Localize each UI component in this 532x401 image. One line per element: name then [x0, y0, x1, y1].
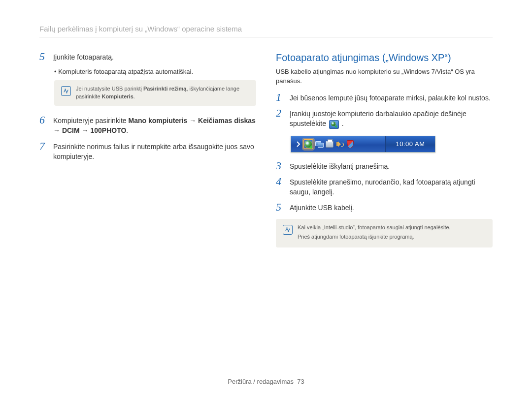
note-icon [61, 86, 71, 96]
note-text: Kai veikia „Intelli-studio“, fotoaparato… [298, 224, 451, 243]
step-text: Įjunkite fotoaparatą. [53, 52, 256, 62]
section-heading: Fotoaparato atjungimas („Windows XP“) [276, 52, 493, 63]
right-column: Fotoaparato atjungimas („Windows XP“) US… [276, 52, 493, 257]
tray-expand-icon [294, 136, 302, 152]
note-text: Jei nustatysite USB parinktį Pasirinkti … [76, 85, 249, 101]
step-text: Spustelėkite iškylantį pranešimą. [290, 161, 493, 171]
step-7: 7 Pasirinkite norimus failus ir nutempki… [39, 142, 256, 162]
note-icon [283, 225, 293, 235]
step-text: Įrankių juostoje kompiuterio darbalaukio… [290, 109, 493, 129]
step-5: 5 Įjunkite fotoaparatą. [39, 52, 256, 62]
section-intro: USB kabelio atjungimas nuo kompiuterio s… [276, 67, 493, 86]
volume-tray-icon[interactable] [335, 140, 344, 149]
step-number: 4 [276, 176, 290, 187]
step-text: Kompiuteryje pasirinkite Mano kompiuteri… [53, 116, 256, 136]
two-column-layout: 5 Įjunkite fotoaparatą. Kompiuteris foto… [39, 52, 493, 257]
footer-page-number: 73 [297, 378, 304, 385]
step-3: 3 Spustelėkite iškylantį pranešimą. [276, 161, 493, 171]
page-header: Failų perkėlimas į kompiuterį su „Window… [39, 25, 493, 37]
step-6: 6 Kompiuteryje pasirinkite Mano kompiute… [39, 116, 256, 136]
step-2: 2 Įrankių juostoje kompiuterio darbalauk… [276, 109, 493, 129]
step-number: 3 [276, 160, 290, 171]
step-number: 1 [276, 92, 290, 103]
step-number: 5 [39, 51, 53, 62]
step5-bullet-list: Kompiuteris fotoaparatą atpažįsta automa… [54, 68, 256, 75]
step-4: 4 Spustelėkite pranešimo, nurodančio, ka… [276, 177, 493, 197]
step-text: Spustelėkite pranešimo, nurodančio, kad … [290, 177, 493, 197]
step-text: Jei būsenos lemputė jūsų fotoaparate mir… [290, 93, 493, 103]
step-number: 5 [276, 202, 290, 213]
network-tray-icon[interactable] [315, 140, 324, 149]
windows-xp-taskbar: 10:00 AM [291, 136, 435, 153]
system-tray [291, 136, 385, 152]
safely-remove-icon [329, 120, 339, 129]
security-center-tray-icon[interactable] [346, 140, 355, 149]
step-text: Atjunkite USB kabelį. [290, 203, 493, 213]
manual-page: Failų perkėlimas į kompiuterį su „Window… [0, 0, 532, 401]
step-number: 6 [39, 115, 53, 125]
step-1: 1 Jei būsenos lemputė jūsų fotoaparate m… [276, 93, 493, 103]
step-number: 2 [276, 108, 290, 119]
page-footer: Peržiūra / redagavimas 73 [0, 378, 532, 385]
left-column: 5 Įjunkite fotoaparatą. Kompiuteris foto… [39, 52, 256, 257]
note-box-right: Kai veikia „Intelli-studio“, fotoaparato… [276, 219, 493, 247]
safely-remove-hardware-tray-icon[interactable] [303, 139, 313, 149]
footer-label: Peržiūra / redagavimas [228, 378, 294, 385]
step-number: 7 [39, 141, 53, 152]
taskbar-clock: 10:00 AM [385, 136, 435, 152]
step-5-right: 5 Atjunkite USB kabelį. [276, 203, 493, 213]
printer-tray-icon[interactable] [325, 140, 334, 149]
step-text: Pasirinkite norimus failus ir nutempkite… [53, 142, 256, 162]
step5-bullet: Kompiuteris fotoaparatą atpažįsta automa… [54, 68, 256, 75]
note-box-left: Jei nustatysite USB parinktį Pasirinkti … [54, 80, 256, 106]
